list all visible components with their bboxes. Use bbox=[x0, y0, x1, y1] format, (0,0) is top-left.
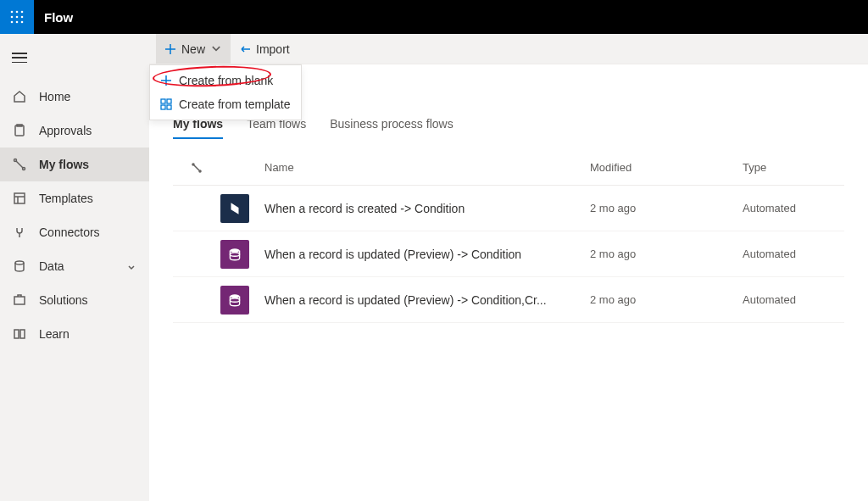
chevron-down-icon bbox=[210, 43, 222, 55]
table-header: Name Modified Type bbox=[173, 150, 844, 186]
svg-point-3 bbox=[11, 16, 14, 19]
table-row[interactable]: When a record is updated (Preview) -> Co… bbox=[173, 277, 844, 323]
svg-rect-19 bbox=[167, 105, 171, 109]
app-header: Flow bbox=[0, 0, 868, 34]
sidebar-item-templates[interactable]: Templates bbox=[0, 181, 149, 215]
sidebar-item-approvals[interactable]: Approvals bbox=[0, 114, 149, 148]
svg-point-2 bbox=[21, 11, 24, 14]
svg-point-1 bbox=[16, 11, 19, 14]
app-launcher-button[interactable] bbox=[0, 0, 34, 34]
svg-rect-18 bbox=[161, 105, 165, 109]
plus-icon bbox=[160, 75, 172, 86]
svg-point-7 bbox=[16, 21, 19, 24]
import-button-label: Import bbox=[256, 42, 290, 56]
flow-modified: 2 mo ago bbox=[590, 293, 743, 306]
svg-point-14 bbox=[15, 261, 24, 264]
flow-name: When a record is updated (Preview) -> Co… bbox=[264, 293, 547, 307]
sidebar-item-label: Approvals bbox=[39, 124, 137, 137]
svg-point-0 bbox=[11, 11, 14, 14]
template-icon bbox=[160, 98, 172, 110]
sidebar: Home Approvals My flows Templates Connec… bbox=[0, 34, 149, 501]
sidebar-item-label: Learn bbox=[39, 327, 137, 341]
sidebar-toggle-button[interactable] bbox=[0, 41, 149, 75]
sidebar-item-solutions[interactable]: Solutions bbox=[0, 283, 149, 317]
clipboard-icon bbox=[12, 123, 27, 138]
flow-type: Automated bbox=[743, 202, 844, 214]
table-row[interactable]: When a record is created -> Condition 2 … bbox=[173, 186, 844, 231]
sidebar-item-label: Solutions bbox=[39, 293, 137, 307]
sidebar-item-data[interactable]: Data bbox=[0, 249, 149, 283]
svg-point-5 bbox=[21, 16, 24, 19]
sidebar-item-label: Data bbox=[39, 259, 115, 273]
svg-rect-13 bbox=[14, 193, 25, 203]
tab-business-process-flows[interactable]: Business process flows bbox=[330, 110, 453, 139]
flow-type: Automated bbox=[743, 293, 844, 306]
sidebar-item-my-flows[interactable]: My flows bbox=[0, 148, 149, 181]
database-icon bbox=[220, 240, 249, 269]
col-type-header[interactable]: Type bbox=[743, 161, 844, 174]
flows-table: Name Modified Type When a record is crea… bbox=[173, 150, 844, 323]
database-icon bbox=[12, 259, 27, 274]
database-icon bbox=[220, 286, 249, 315]
sidebar-item-connectors[interactable]: Connectors bbox=[0, 215, 149, 249]
flow-type-icon bbox=[173, 163, 220, 173]
svg-point-20 bbox=[192, 164, 194, 165]
chevron-down-icon bbox=[127, 261, 137, 271]
sidebar-item-learn[interactable]: Learn bbox=[0, 317, 149, 351]
flow-name: When a record is updated (Preview) -> Co… bbox=[264, 248, 521, 261]
flow-modified: 2 mo ago bbox=[590, 202, 743, 214]
flow-name: When a record is created -> Condition bbox=[264, 202, 465, 215]
sidebar-item-label: Connectors bbox=[39, 225, 137, 239]
sidebar-item-label: Home bbox=[39, 90, 137, 103]
sidebar-item-home[interactable]: Home bbox=[0, 80, 149, 114]
main-area: New Import Create from blank Create from… bbox=[149, 34, 868, 501]
import-button[interactable]: Import bbox=[231, 34, 298, 64]
col-name-header[interactable]: Name bbox=[264, 161, 590, 174]
svg-point-21 bbox=[199, 170, 201, 172]
create-from-blank-item[interactable]: Create from blank bbox=[150, 69, 301, 92]
dropdown-item-label: Create from template bbox=[179, 97, 291, 111]
svg-point-6 bbox=[11, 21, 14, 24]
sidebar-item-label: My flows bbox=[39, 158, 137, 171]
dropdown-item-label: Create from blank bbox=[179, 74, 273, 87]
flow-modified: 2 mo ago bbox=[590, 248, 743, 260]
svg-rect-16 bbox=[161, 99, 165, 103]
svg-rect-9 bbox=[15, 125, 24, 136]
brand-label: Flow bbox=[44, 10, 73, 25]
flow-icon bbox=[12, 157, 27, 172]
hamburger-icon bbox=[12, 53, 27, 63]
table-row[interactable]: When a record is updated (Preview) -> Co… bbox=[173, 231, 844, 277]
new-dropdown-menu: Create from blank Create from template bbox=[149, 64, 302, 120]
col-modified-header[interactable]: Modified bbox=[590, 161, 743, 174]
svg-point-25 bbox=[230, 298, 239, 302]
book-icon bbox=[12, 326, 27, 342]
home-icon bbox=[12, 89, 27, 104]
create-from-template-item[interactable]: Create from template bbox=[150, 92, 301, 116]
svg-point-4 bbox=[16, 16, 19, 19]
svg-point-23 bbox=[230, 252, 239, 256]
svg-rect-17 bbox=[167, 99, 171, 103]
connector-icon bbox=[12, 225, 27, 240]
svg-point-8 bbox=[21, 21, 24, 24]
sidebar-item-label: Templates bbox=[39, 192, 137, 205]
svg-rect-15 bbox=[14, 297, 25, 304]
new-button-label: New bbox=[181, 42, 205, 56]
template-icon bbox=[12, 191, 27, 206]
solutions-icon bbox=[12, 292, 27, 308]
command-bar: New Import Create from blank Create from… bbox=[149, 34, 868, 64]
new-button[interactable]: New bbox=[156, 34, 231, 64]
flow-type: Automated bbox=[743, 248, 844, 260]
dynamics-icon bbox=[220, 194, 249, 223]
